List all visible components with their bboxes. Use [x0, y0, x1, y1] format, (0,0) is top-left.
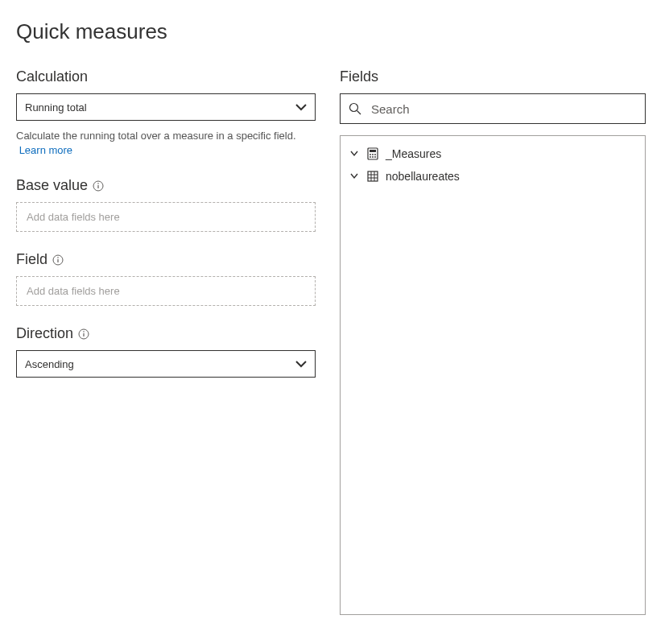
- learn-more-link[interactable]: Learn more: [19, 144, 72, 156]
- svg-point-4: [57, 257, 59, 258]
- svg-rect-19: [368, 171, 378, 181]
- chevron-down-icon: [349, 151, 360, 157]
- calculation-help: Calculate the running total over a measu…: [16, 129, 316, 158]
- table-label: _Measures: [386, 147, 441, 160]
- direction-group: Direction Ascending: [16, 325, 316, 378]
- calculation-help-text: Calculate the running total over a measu…: [16, 130, 296, 142]
- field-label: Field: [16, 251, 316, 268]
- svg-point-7: [83, 331, 85, 332]
- fields-search[interactable]: [340, 93, 646, 124]
- calculation-label: Calculation: [16, 68, 316, 85]
- svg-point-15: [374, 154, 376, 155]
- svg-rect-5: [57, 259, 58, 262]
- info-icon[interactable]: [52, 254, 64, 266]
- search-icon: [349, 102, 361, 115]
- table-nobellaureates[interactable]: nobellaureates: [345, 165, 640, 188]
- table-measures[interactable]: _Measures: [345, 142, 640, 165]
- info-icon[interactable]: [78, 328, 89, 340]
- fields-label: Fields: [340, 68, 646, 85]
- base-value-label-text: Base value: [16, 177, 88, 194]
- svg-point-13: [370, 154, 371, 155]
- svg-point-9: [350, 104, 358, 112]
- page-title: Quick measures: [16, 19, 653, 44]
- svg-rect-2: [97, 185, 98, 188]
- chevron-down-icon: [349, 173, 360, 180]
- field-label-text: Field: [16, 251, 47, 268]
- right-column: Fields _Mea: [340, 68, 646, 615]
- left-column: Calculation Running total Calculate the …: [16, 68, 316, 615]
- svg-point-14: [372, 154, 374, 155]
- search-input[interactable]: [370, 101, 637, 117]
- svg-point-16: [370, 156, 371, 158]
- table-label: nobellaureates: [386, 170, 460, 183]
- direction-select[interactable]: Ascending: [16, 350, 316, 378]
- svg-rect-12: [370, 150, 376, 152]
- direction-select-value: Ascending: [25, 358, 74, 370]
- field-dropzone[interactable]: Add data fields here: [16, 276, 316, 306]
- svg-point-17: [372, 156, 374, 158]
- svg-point-18: [374, 156, 376, 158]
- svg-line-10: [357, 111, 361, 115]
- table-icon: [366, 171, 379, 182]
- calculator-icon: [366, 147, 379, 160]
- svg-rect-8: [83, 333, 84, 336]
- fields-label-text: Fields: [340, 68, 378, 85]
- base-value-label: Base value: [16, 177, 316, 194]
- calculation-select-value: Running total: [25, 101, 87, 114]
- base-value-dropzone[interactable]: Add data fields here: [16, 202, 316, 232]
- base-value-group: Base value Add data fields here: [16, 177, 316, 232]
- info-icon[interactable]: [93, 180, 104, 192]
- fields-panel: _Measures nobellaureates: [340, 135, 646, 615]
- calculation-label-text: Calculation: [16, 68, 88, 85]
- direction-label-text: Direction: [16, 325, 73, 342]
- direction-label: Direction: [16, 325, 316, 342]
- svg-point-1: [97, 183, 99, 184]
- calculation-select[interactable]: Running total: [16, 93, 316, 121]
- main-columns: Calculation Running total Calculate the …: [16, 68, 653, 615]
- field-group: Field Add data fields here: [16, 251, 316, 306]
- chevron-down-icon: [295, 360, 307, 368]
- chevron-down-icon: [295, 103, 307, 111]
